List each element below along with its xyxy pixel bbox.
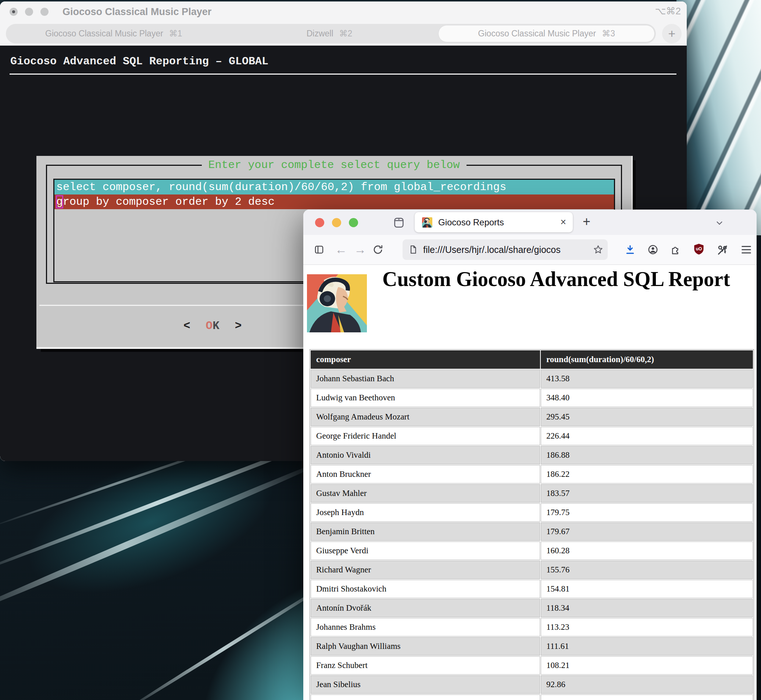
menu-hamburger-icon[interactable]: [741, 245, 752, 254]
url-bar[interactable]: file:///Users/hjr/.local/share/giocos: [403, 239, 608, 260]
tab-favicon: [422, 217, 432, 228]
table-row: George Frideric Handel226.44: [311, 427, 753, 445]
list-tabs-chevron-icon[interactable]: [714, 218, 725, 228]
next-button[interactable]: >: [235, 319, 242, 332]
table-row: Felix Mendelssohn87.23: [311, 694, 753, 700]
url-text: file:///Users/hjr/.local/share/giocos: [423, 244, 591, 255]
table-row: Johannes Brahms113.23: [311, 618, 753, 636]
browser-toolbar: ← → file:///Users/hjr/.local/share/gioco…: [303, 235, 756, 265]
ublock-origin-icon[interactable]: uO: [693, 243, 705, 256]
table-row: Ralph Vaughan Williams111.61: [311, 637, 753, 656]
column-header-duration: round(sum(duration)/60/60,2): [541, 350, 753, 369]
ok-rest: K: [213, 319, 219, 332]
zoom-button[interactable]: [349, 218, 358, 227]
terminal-new-tab-button[interactable]: +: [662, 24, 681, 44]
sql-line-1: select composer, round(sum(duration)/60/…: [55, 180, 614, 194]
tab-title: Giocoso Reports: [438, 217, 560, 228]
firefox-view-icon[interactable]: [393, 216, 405, 229]
tab-label: Giocoso Classical Music Player: [45, 29, 163, 39]
table-row: Dmitri Shostakovich154.81: [311, 580, 753, 598]
profile-account-icon[interactable]: [647, 244, 658, 255]
table-row: Antonín Dvořák118.34: [311, 599, 753, 617]
dialog-buttons: < OK >: [183, 319, 242, 332]
table-row: Wolfgang Amadeus Mozart295.45: [311, 408, 753, 426]
sql-line-2: group by composer order by 2 desc: [55, 194, 614, 209]
browser-tab-giocoso-reports[interactable]: Giocoso Reports ×: [415, 212, 573, 232]
terminal-tab-1[interactable]: Giocoso Classical Music Player ⌘1: [6, 24, 222, 44]
plus-icon: +: [668, 27, 676, 41]
ok-accelerator: O: [206, 319, 213, 332]
window-shortcut-label: ⌥⌘2: [655, 6, 681, 17]
close-dot-icon: [12, 10, 15, 13]
table-row: Richard Wagner155.76: [311, 561, 753, 579]
browser-window: Giocoso Reports × + ← →: [303, 209, 756, 700]
terminal-heading: Giocoso Advanced SQL Reporting – GLOBAL: [10, 55, 268, 68]
table-row: Ludwig van Beethoven348.40: [311, 389, 753, 407]
terminal-tab-2[interactable]: Dizwell ⌘2: [222, 24, 438, 44]
terminal-tab-3-active[interactable]: Giocoso Classical Music Player ⌘3: [438, 25, 655, 42]
back-button[interactable]: ←: [335, 243, 347, 256]
extensions-puzzle-icon[interactable]: [670, 244, 681, 255]
close-button[interactable]: [9, 8, 18, 16]
table-row: Giuseppe Verdi160.28: [311, 542, 753, 560]
column-header-composer: composer: [311, 350, 540, 369]
ok-button[interactable]: OK: [206, 319, 219, 332]
table-row: Jean Sibelius92.86: [311, 675, 753, 694]
terminal-tabbar: Giocoso Classical Music Player ⌘1 Dizwel…: [0, 22, 687, 45]
table-row: Anton Bruckner186.22: [311, 465, 753, 483]
new-tab-button[interactable]: +: [583, 214, 591, 230]
beethoven-artwork-image: [307, 274, 367, 332]
text-cursor: g: [56, 195, 63, 208]
terminal-tab-group: Giocoso Classical Music Player ⌘1 Dizwel…: [6, 24, 656, 44]
report-table-body: Johann Sebastian Bach413.58Ludwig van Be…: [311, 369, 753, 700]
terminal-window-title: Giocoso Classical Music Player: [63, 6, 211, 18]
table-row: Joseph Haydn179.75: [311, 503, 753, 522]
close-button[interactable]: [315, 218, 324, 227]
tab-shortcut: ⌘2: [339, 29, 353, 39]
minimize-button[interactable]: [25, 8, 33, 16]
table-header-row: composer round(sum(duration)/60/60,2): [311, 350, 753, 369]
table-row: Gustav Mahler183.57: [311, 484, 753, 503]
browser-tabbar: Giocoso Reports × +: [303, 209, 756, 235]
browser-page-content: Custom Giocoso Advanced SQL Report compo…: [303, 265, 756, 700]
terminal-titlebar: Giocoso Classical Music Player ⌥⌘2: [0, 2, 687, 22]
report-table-container: composer round(sum(duration)/60/60,2) Jo…: [309, 349, 754, 700]
keys-disabled-icon[interactable]: [717, 244, 728, 256]
report-page-title: Custom Giocoso Advanced SQL Report: [382, 266, 735, 292]
zoom-button[interactable]: [41, 8, 48, 16]
sql-line-2-rest: roup by composer order by 2 desc: [63, 195, 275, 208]
sidebar-toggle-icon[interactable]: [314, 244, 325, 255]
table-row: Franz Schubert108.21: [311, 656, 753, 675]
bookmark-star-icon[interactable]: [593, 244, 603, 255]
prev-button[interactable]: <: [183, 319, 191, 332]
table-row: Johann Sebastian Bach413.58: [311, 369, 753, 388]
tab-close-icon[interactable]: ×: [560, 217, 566, 228]
report-table: composer round(sum(duration)/60/60,2) Jo…: [309, 349, 754, 700]
tab-label: Giocoso Classical Music Player: [478, 29, 596, 39]
svg-text:uO: uO: [696, 246, 702, 252]
reload-button[interactable]: [372, 244, 383, 255]
wallpaper-highlight: [677, 0, 761, 235]
forward-button[interactable]: →: [354, 243, 366, 256]
downloads-icon[interactable]: [625, 244, 636, 255]
table-row: Antonio Vivaldi186.88: [311, 446, 753, 464]
minimize-button[interactable]: [332, 218, 341, 227]
table-row: Benjamin Britten179.67: [311, 522, 753, 541]
tab-label: Dizwell: [306, 29, 333, 39]
tab-shortcut: ⌘1: [169, 29, 182, 39]
dialog-title: Enter your complete select query below: [202, 159, 466, 171]
tab-shortcut: ⌘3: [602, 29, 615, 39]
terminal-heading-rule: [9, 73, 677, 75]
page-info-icon[interactable]: [408, 245, 418, 255]
